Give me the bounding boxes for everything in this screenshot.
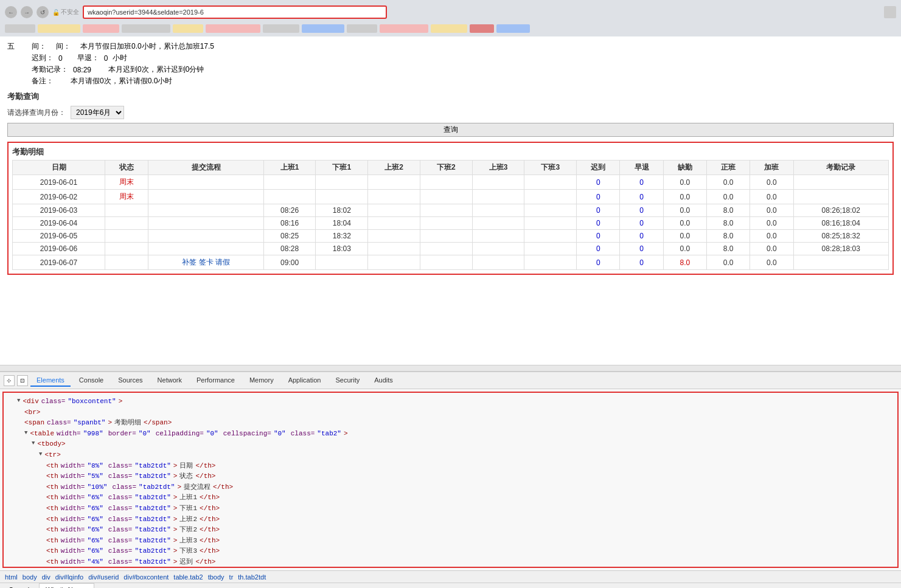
breadcrumb-tr[interactable]: tr xyxy=(229,573,234,581)
table-cell: 0 xyxy=(620,230,663,243)
table-cell: 8.0 xyxy=(706,204,750,217)
day-of-week: 五 xyxy=(7,41,32,86)
devtools-code-panel[interactable]: ▼ <div class="boxcontent"> <br> <span cl… xyxy=(4,393,897,567)
col-absent: 缺勤 xyxy=(663,161,706,175)
table-cell xyxy=(316,255,368,270)
month-select[interactable]: 2019年6月 xyxy=(71,106,124,119)
table-cell: 0.0 xyxy=(750,204,793,217)
table-cell xyxy=(368,217,420,230)
console-label: Console xyxy=(9,586,33,589)
table-cell xyxy=(472,190,524,204)
code-line-13: <th width="6%" class="tab2tdt">下班2</th> xyxy=(10,525,891,536)
breadcrumb-html[interactable]: html xyxy=(5,573,18,581)
bookmark-3[interactable] xyxy=(83,24,119,33)
forward-button[interactable]: → xyxy=(21,6,33,18)
bookmark-4[interactable] xyxy=(122,24,170,33)
inspect-element-btn[interactable]: ⊹ xyxy=(4,375,15,386)
tab-performance[interactable]: Performance xyxy=(190,375,241,387)
table-cell xyxy=(316,175,368,190)
col-status: 状态 xyxy=(105,161,148,175)
table-cell xyxy=(420,217,472,230)
breadcrumb-th-tab2tdt[interactable]: th.tab2tdt xyxy=(238,573,266,581)
table-cell xyxy=(368,175,420,190)
table-cell: 08:25;18:32 xyxy=(793,230,888,243)
table-cell: 0.0 xyxy=(750,217,793,230)
bookmark-12[interactable] xyxy=(470,24,494,33)
attendance-table: 日期 状态 提交流程 上班1 下班1 上班2 下班2 上班3 下班3 迟到 早退… xyxy=(12,160,889,270)
table-cell xyxy=(420,255,472,270)
bookmark-5[interactable] xyxy=(173,24,203,33)
table-cell: 2019-06-01 xyxy=(13,175,105,190)
bookmark-6[interactable] xyxy=(206,24,260,33)
table-cell xyxy=(105,255,148,270)
code-line-2: <br> xyxy=(10,407,891,418)
bookmark-7[interactable] xyxy=(263,24,299,33)
browser-menu-btn[interactable] xyxy=(884,6,896,18)
tab-audits[interactable]: Audits xyxy=(368,375,399,387)
bookmark-2[interactable] xyxy=(38,24,80,33)
table-cell: 08:28;18:03 xyxy=(793,243,888,255)
bookmark-9[interactable] xyxy=(347,24,377,33)
horizontal-scrollbar[interactable] xyxy=(0,365,901,371)
table-cell: 0 xyxy=(577,190,620,204)
tab-memory[interactable]: Memory xyxy=(243,375,280,387)
table-cell: 2019-06-03 xyxy=(13,204,105,217)
bookmark-11[interactable] xyxy=(431,24,467,33)
code-line-14: <th width="6%" class="tab2tdt">上班3</th> xyxy=(10,536,891,547)
bottom-tab-console[interactable]: Console xyxy=(2,583,40,588)
early-label: 早退： xyxy=(77,53,99,63)
table-cell: 8.0 xyxy=(706,243,750,255)
summary-section: 五 间： 间： 本月节假日加班0.0小时，累计总加班17.5 迟到： 0 早退：… xyxy=(7,41,894,86)
bookmark-8[interactable] xyxy=(302,24,344,33)
table-row: 2019-06-0408:1618:04000.08.00.008:16;18:… xyxy=(13,217,889,230)
table-cell[interactable]: 补签 签卡 请假 xyxy=(148,255,263,270)
code-line-16: <th width="4%" class="tab2tdt">迟到</th> xyxy=(10,557,891,567)
breadcrumb-div-lqinfo[interactable]: div#lqinfo xyxy=(55,573,83,581)
table-cell: 18:04 xyxy=(316,217,368,230)
breadcrumb-tbody[interactable]: tbody xyxy=(208,573,224,581)
table-cell xyxy=(472,217,524,230)
late-label: 迟到： xyxy=(32,53,54,63)
table-cell xyxy=(148,217,263,230)
note-row: 备注： 本月请假0次，累计请假0.0小时 xyxy=(32,76,214,86)
bookmark-1[interactable] xyxy=(5,24,35,33)
table-cell xyxy=(148,190,263,204)
table-cell: 08:26;18:02 xyxy=(793,204,888,217)
bookmark-10[interactable] xyxy=(380,24,428,33)
tab-console[interactable]: Console xyxy=(73,375,110,387)
url-bar[interactable] xyxy=(83,5,387,19)
tab-sources[interactable]: Sources xyxy=(112,375,148,387)
tab-network[interactable]: Network xyxy=(151,375,188,387)
tab-security[interactable]: Security xyxy=(329,375,366,387)
breadcrumb-div[interactable]: div xyxy=(42,573,50,581)
table-cell xyxy=(263,175,316,190)
tab-elements[interactable]: Elements xyxy=(30,375,71,387)
bottom-tab-whats-new[interactable]: What's New × xyxy=(40,583,94,588)
table-cell: 08:16;18:04 xyxy=(793,217,888,230)
breadcrumb-body[interactable]: body xyxy=(23,573,37,581)
insecure-badge: 🔓 不安全 xyxy=(52,8,79,16)
query-button[interactable]: 查询 xyxy=(7,123,894,137)
code-line-9: <th width="10%" class="tab2tdt">提交流程</th… xyxy=(10,482,891,493)
code-line-3: <span class="spanbt">考勤明细</span> xyxy=(10,418,891,429)
table-cell xyxy=(148,204,263,217)
tab-application[interactable]: Application xyxy=(282,375,327,387)
table-cell: 0 xyxy=(577,217,620,230)
bookmark-13[interactable] xyxy=(496,24,530,33)
select-month-label: 请选择查询月份： xyxy=(7,108,66,118)
table-row: 2019-06-0308:2618:02000.08.00.008:26;18:… xyxy=(13,204,889,217)
col-overtime: 加班 xyxy=(750,161,793,175)
collapse-triangle[interactable]: ▼ xyxy=(17,396,20,405)
breadcrumb-table-tab2[interactable]: table.tab2 xyxy=(173,573,203,581)
breadcrumb-div-boxcontent[interactable]: div#boxcontent xyxy=(123,573,169,581)
breadcrumb-div-userid[interactable]: div#userid xyxy=(88,573,119,581)
time-label2: 间： xyxy=(56,41,71,52)
table-cell: 2019-06-05 xyxy=(13,230,105,243)
col-shift2-out: 下班2 xyxy=(420,161,472,175)
back-button[interactable]: ← xyxy=(5,6,17,18)
devtools-toolbar: ⊹ ⊡ Elements Console Sources Network Per… xyxy=(0,372,901,389)
table-cell: 08:28 xyxy=(263,243,316,255)
table-cell: 0 xyxy=(577,243,620,255)
reload-button[interactable]: ↺ xyxy=(37,6,49,18)
device-toggle-btn[interactable]: ⊡ xyxy=(17,375,28,386)
